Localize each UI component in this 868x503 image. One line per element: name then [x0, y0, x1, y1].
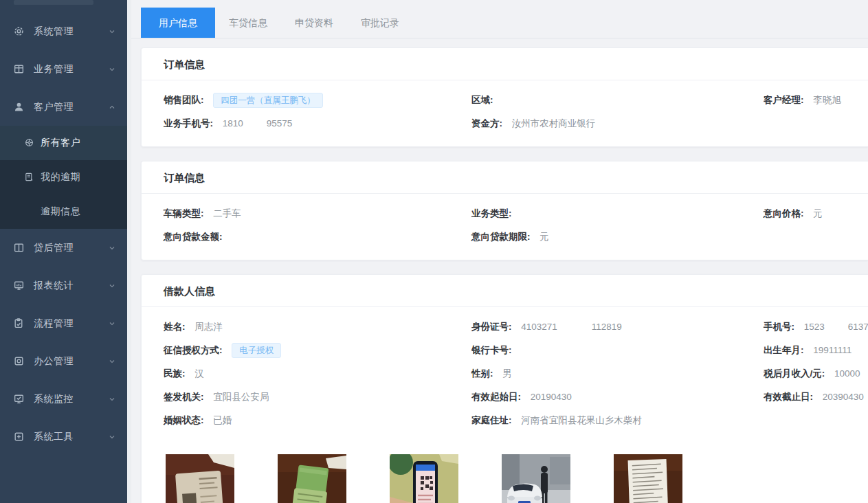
- toolbox-icon: [13, 431, 25, 443]
- app-root: 系统管理 业务管理 客户管理: [0, 0, 868, 503]
- detail-tabbar: 用户信息 车贷信息 申贷资料 审批记录: [131, 0, 868, 38]
- attachment-gallery: 身份证: [166, 454, 868, 503]
- field-region: 区域:: [471, 93, 764, 108]
- field-business-phone: 业务手机号: 181095575: [164, 116, 471, 131]
- sidebar-item-postloan-management[interactable]: 贷后管理: [0, 229, 127, 267]
- sidebar-item-label: 贷后管理: [34, 242, 74, 254]
- sidebar-item-process-management[interactable]: 流程管理: [0, 304, 127, 342]
- monitor-chart-icon: [13, 280, 25, 291]
- field-intended-loan-term: 意向贷款期限: 元: [471, 230, 764, 245]
- book-icon: [13, 242, 25, 254]
- main-panel: 用户信息 车贷信息 申贷资料 审批记录 订单信息 销售团队: 四团一营（直属王鹏…: [131, 0, 868, 503]
- sidebar-item-business-management[interactable]: 业务管理: [0, 50, 127, 88]
- credit-auth-tag[interactable]: 电子授权: [232, 343, 281, 358]
- wheel-icon: [24, 137, 35, 148]
- field-gender: 性别: 男: [471, 366, 764, 381]
- sidebar-item-label: 办公管理: [34, 355, 74, 368]
- sidebar-item-label: 业务管理: [34, 63, 74, 76]
- card-title: 订单信息: [142, 161, 868, 194]
- field-issuing-authority: 签发机关: 宜阳县公安局: [164, 390, 471, 405]
- field-birth-date: 出生年月: 19911111: [764, 343, 868, 358]
- chevron-down-icon: [108, 27, 116, 36]
- card-body: 销售团队: 四团一营（直属王鹏飞） 区域: 客户经理: 李晓旭 业务手机号: 1…: [142, 80, 868, 146]
- vehicle-order-info-card: 订单信息 车辆类型: 二手车 业务类型: 意向价格: 元: [141, 161, 868, 260]
- tab-car-loan-info[interactable]: 车贷信息: [215, 8, 281, 38]
- card-title: 借款人信息: [142, 275, 868, 307]
- sidebar-item-label: 系统工具: [34, 431, 74, 443]
- tab-loan-application-docs[interactable]: 申贷资料: [281, 8, 347, 38]
- sidebar-item-label: 逾期信息: [41, 205, 80, 218]
- sidebar-item-label: 所有客户: [41, 137, 80, 149]
- sidebar-item-overdue-info[interactable]: 逾期信息: [0, 194, 127, 229]
- field-home-address: 家庭住址: 河南省宜阳县花果山乡木柴村: [471, 413, 764, 428]
- field-valid-from: 有效起始日: 20190430: [471, 390, 764, 405]
- card-body: 车辆类型: 二手车 业务类型: 意向价格: 元 意向贷款金额:: [142, 194, 868, 260]
- redaction-block: [825, 323, 848, 330]
- car-with-owner-photo[interactable]: [502, 454, 570, 503]
- sidebar-item-label: 系统监控: [34, 393, 74, 405]
- sidebar-item-label: 流程管理: [34, 317, 74, 330]
- field-account-manager: 客户经理: 李晓旭: [764, 93, 868, 108]
- handwritten-document-photo[interactable]: [614, 454, 682, 503]
- attachment-green-booklet[interactable]: 驾驶证副页: [278, 454, 346, 503]
- field-business-type: 业务类型:: [471, 206, 764, 221]
- sidebar-item-my-overdue[interactable]: 我的逾期: [0, 160, 127, 194]
- field-marital-status: 婚姻状态: 已婚: [164, 413, 471, 428]
- square-circle-icon: [13, 355, 25, 367]
- sidebar-item-office-management[interactable]: 办公管理: [0, 342, 127, 380]
- chevron-down-icon: [108, 65, 116, 74]
- id-card-photo[interactable]: [166, 454, 234, 503]
- field-credit-auth-method: 征信授权方式: 电子授权: [164, 343, 471, 358]
- field-vehicle-type: 车辆类型: 二手车: [164, 206, 471, 221]
- field-valid-until: 有效截止日: 20390430: [764, 390, 868, 405]
- field-intended-loan-amount: 意向贷款金额:: [164, 230, 471, 245]
- sidebar-item-system-tools[interactable]: 系统工具: [0, 418, 127, 456]
- redaction-block: [243, 120, 267, 126]
- attachment-phone-authorization[interactable]: 征信授权: [390, 454, 458, 503]
- field-bank-card-number: 银行卡号:: [471, 343, 764, 358]
- chevron-down-icon: [108, 433, 116, 441]
- field-mobile-number: 手机号: 15236137: [764, 320, 868, 335]
- chevron-up-icon: [108, 103, 116, 111]
- sidebar-menu: 系统管理 业务管理 客户管理: [0, 0, 127, 456]
- chevron-down-icon: [108, 320, 116, 328]
- chevron-down-icon: [108, 395, 116, 403]
- sidebar-item-customer-management[interactable]: 客户管理: [0, 88, 127, 126]
- attachment-car-with-owner[interactable]: 合影: [502, 454, 570, 503]
- sidebar-item-all-customers[interactable]: 所有客户: [0, 126, 127, 160]
- tab-approval-records[interactable]: 审批记录: [347, 8, 413, 38]
- doc-icon: [24, 172, 35, 183]
- borrower-info-card: 借款人信息 姓名: 周志洋 身份证号: 4103271112819 手机号: 1…: [141, 274, 868, 503]
- field-id-number: 身份证号: 4103271112819: [471, 320, 764, 335]
- attachment-handwritten-document[interactable]: 其他材料: [614, 454, 682, 503]
- field-name: 姓名: 周志洋: [164, 320, 471, 335]
- sidebar: 系统管理 业务管理 客户管理: [0, 0, 127, 503]
- gear-icon: [13, 25, 25, 37]
- attachment-id-card[interactable]: 身份证: [166, 454, 234, 503]
- field-intended-price: 意向价格: 元: [764, 206, 868, 221]
- green-booklet-photo[interactable]: [278, 454, 346, 503]
- field-fund-provider: 资金方: 汝州市农村商业银行: [471, 116, 764, 131]
- sidebar-item-label: 系统管理: [34, 25, 74, 38]
- sidebar-item-label: 客户管理: [34, 101, 74, 113]
- clipboard-icon: [13, 317, 25, 329]
- chevron-down-icon: [108, 357, 116, 366]
- grid-icon: [13, 63, 25, 75]
- sidebar-submenu-customers: 所有客户 我的逾期 逾期信息: [0, 126, 127, 229]
- sidebar-item-system-monitor[interactable]: 系统监控: [0, 380, 127, 418]
- sidebar-item-label: 我的逾期: [41, 171, 80, 183]
- sidebar-item-label: 报表统计: [34, 280, 74, 292]
- sidebar-item-system-management[interactable]: 系统管理: [0, 12, 127, 50]
- sales-team-tag[interactable]: 四团一营（直属王鹏飞）: [213, 93, 323, 108]
- sidebar-item-report-statistics[interactable]: 报表统计: [0, 267, 127, 304]
- chevron-down-icon: [108, 244, 116, 252]
- user-icon: [13, 101, 25, 113]
- tab-user-info[interactable]: 用户信息: [141, 8, 215, 38]
- field-sales-team: 销售团队: 四团一营（直属王鹏飞）: [164, 93, 471, 108]
- field-monthly-income: 税后月收入/元: 10000: [764, 366, 868, 381]
- order-info-card: 订单信息 销售团队: 四团一营（直属王鹏飞） 区域: 客户经理: 李晓旭: [141, 47, 868, 147]
- phone-authorization-photo[interactable]: [390, 454, 458, 503]
- redaction-block: [557, 323, 592, 330]
- field-ethnicity: 民族: 汉: [164, 366, 471, 381]
- card-title: 订单信息: [142, 48, 868, 80]
